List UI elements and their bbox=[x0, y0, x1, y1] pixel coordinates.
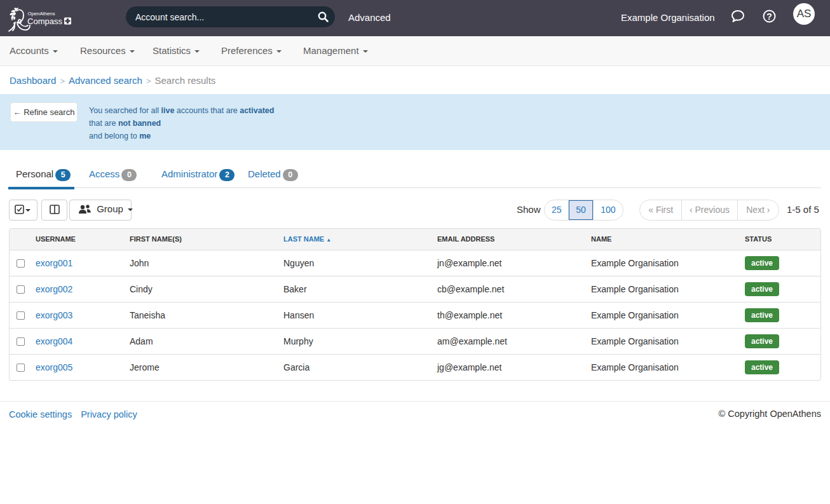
svg-text:?: ? bbox=[766, 11, 772, 22]
svg-text:OpenAthens: OpenAthens bbox=[28, 11, 55, 17]
svg-text:Compass: Compass bbox=[27, 17, 62, 26]
